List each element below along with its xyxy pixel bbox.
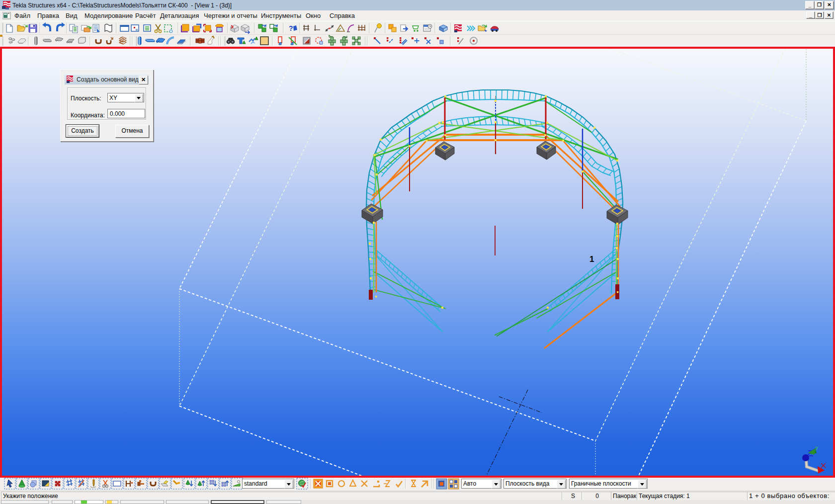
svg-text:1: 1 [589, 254, 594, 264]
svg-text:Y: Y [815, 446, 819, 451]
svg-text:?: ? [289, 24, 293, 32]
